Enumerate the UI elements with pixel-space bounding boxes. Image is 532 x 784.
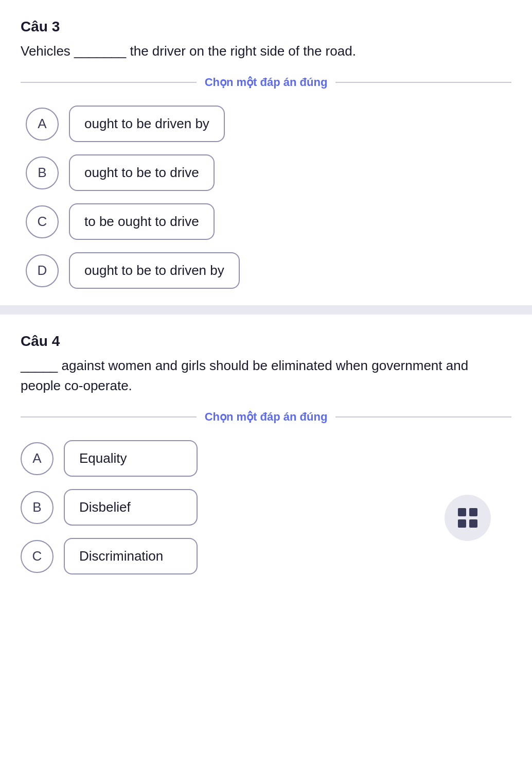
option-3-a-box: ought to be driven by: [69, 106, 225, 142]
option-4-b-circle: B: [21, 491, 54, 524]
option-3-c-circle: C: [26, 205, 59, 238]
option-3-b[interactable]: B ought to be to drive: [26, 154, 506, 191]
option-4-c-box: Discrimination: [64, 538, 198, 574]
option-3-a-text: ought to be driven by: [84, 116, 209, 131]
divider-line-right: [335, 82, 511, 83]
option-4-a[interactable]: A Equality: [21, 440, 198, 477]
option-4-a-box: Equality: [64, 440, 198, 477]
section-divider: [0, 305, 532, 315]
option-3-d-letter: D: [38, 263, 47, 278]
choose-answer-label-3: Chọn một đáp án đúng: [205, 76, 328, 89]
option-3-c-box: to be ought to drive: [69, 203, 215, 240]
option-3-b-box: ought to be to drive: [69, 154, 215, 191]
option-3-b-text: ought to be to drive: [84, 165, 199, 180]
option-3-d-text: ought to be to driven by: [84, 263, 224, 278]
option-3-a-letter: A: [38, 116, 46, 132]
option-3-a[interactable]: A ought to be driven by: [26, 106, 506, 142]
option-4-a-letter: A: [32, 450, 41, 466]
divider-line-left-4: [21, 416, 197, 417]
question-4-section: Câu 4 _____ against women and girls shou…: [0, 315, 532, 591]
grid-dot-2: [469, 508, 477, 516]
grid-dot-3: [458, 519, 466, 528]
question-3-divider: Chọn một đáp án đúng: [21, 76, 511, 89]
option-3-c-letter: C: [38, 214, 47, 230]
question-4-number: Câu 4: [21, 333, 511, 350]
option-4-c[interactable]: C Discrimination: [21, 538, 198, 574]
divider-line-left: [21, 82, 197, 83]
option-3-b-circle: B: [26, 156, 59, 189]
option-4-c-text: Discrimination: [79, 548, 163, 564]
question-4-options: A Equality B Disbelief C: [21, 440, 198, 574]
grid-dot-4: [469, 519, 477, 528]
grid-icon: [458, 508, 477, 528]
question-3-options: A ought to be driven by B ought to be to…: [21, 106, 511, 289]
option-3-d-box: ought to be to driven by: [69, 252, 240, 289]
option-4-c-letter: C: [32, 548, 42, 564]
grid-menu-button[interactable]: [445, 495, 491, 541]
option-4-c-circle: C: [21, 540, 54, 573]
choose-answer-label-4: Chọn một đáp án đúng: [205, 410, 328, 424]
option-4-b[interactable]: B Disbelief: [21, 489, 198, 526]
option-3-d[interactable]: D ought to be to driven by: [26, 252, 506, 289]
option-3-c[interactable]: C to be ought to drive: [26, 203, 506, 240]
question-3-text: Vehicles _______ the driver on the right…: [21, 41, 511, 61]
option-3-c-text: to be ought to drive: [84, 214, 199, 229]
question-3-section: Câu 3 Vehicles _______ the driver on the…: [0, 0, 532, 305]
option-4-b-text: Disbelief: [79, 499, 131, 515]
option-4-a-text: Equality: [79, 450, 127, 466]
option-3-a-circle: A: [26, 108, 59, 141]
option-3-b-letter: B: [38, 165, 46, 181]
option-4-b-letter: B: [32, 499, 41, 515]
option-3-d-circle: D: [26, 254, 59, 287]
divider-line-right-4: [335, 416, 511, 417]
grid-dot-1: [458, 508, 466, 516]
question-4-divider: Chọn một đáp án đúng: [21, 410, 511, 424]
option-4-a-circle: A: [21, 442, 54, 475]
option-4-b-box: Disbelief: [64, 489, 198, 526]
question-4-options-row: A Equality B Disbelief C: [21, 440, 511, 574]
question-4-text: _____ against women and girls should be …: [21, 356, 511, 396]
question-3-number: Câu 3: [21, 19, 511, 35]
